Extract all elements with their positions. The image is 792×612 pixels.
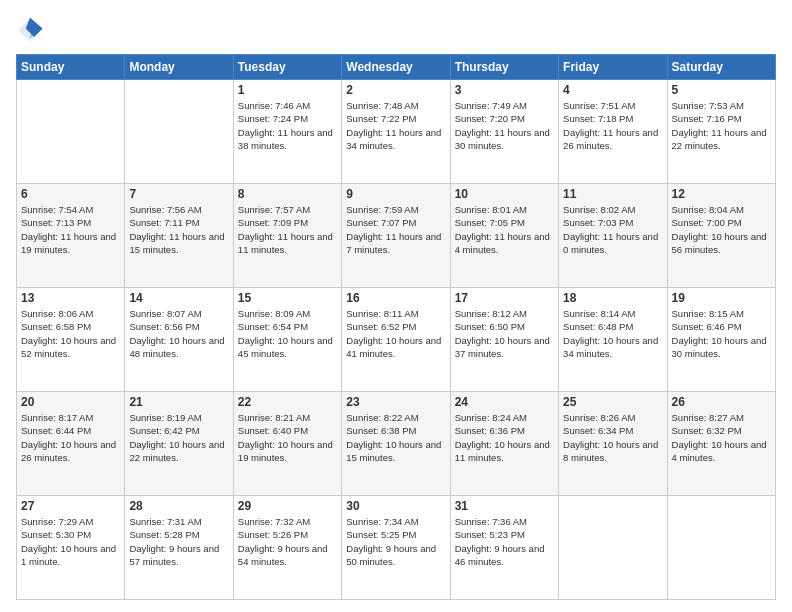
day-number: 24 xyxy=(455,395,554,409)
calendar-table: SundayMondayTuesdayWednesdayThursdayFrid… xyxy=(16,54,776,600)
day-info: Sunrise: 8:26 AM Sunset: 6:34 PM Dayligh… xyxy=(563,411,662,464)
day-info: Sunrise: 8:09 AM Sunset: 6:54 PM Dayligh… xyxy=(238,307,337,360)
calendar-day-header: Friday xyxy=(559,55,667,80)
day-info: Sunrise: 8:24 AM Sunset: 6:36 PM Dayligh… xyxy=(455,411,554,464)
calendar-cell xyxy=(125,80,233,184)
day-number: 11 xyxy=(563,187,662,201)
calendar-cell: 10Sunrise: 8:01 AM Sunset: 7:05 PM Dayli… xyxy=(450,184,558,288)
calendar-cell xyxy=(17,80,125,184)
day-info: Sunrise: 7:31 AM Sunset: 5:28 PM Dayligh… xyxy=(129,515,228,568)
day-number: 31 xyxy=(455,499,554,513)
day-info: Sunrise: 8:27 AM Sunset: 6:32 PM Dayligh… xyxy=(672,411,771,464)
calendar-cell: 19Sunrise: 8:15 AM Sunset: 6:46 PM Dayli… xyxy=(667,288,775,392)
day-number: 5 xyxy=(672,83,771,97)
calendar-cell: 2Sunrise: 7:48 AM Sunset: 7:22 PM Daylig… xyxy=(342,80,450,184)
calendar-cell: 11Sunrise: 8:02 AM Sunset: 7:03 PM Dayli… xyxy=(559,184,667,288)
day-number: 16 xyxy=(346,291,445,305)
day-info: Sunrise: 7:48 AM Sunset: 7:22 PM Dayligh… xyxy=(346,99,445,152)
day-info: Sunrise: 7:36 AM Sunset: 5:23 PM Dayligh… xyxy=(455,515,554,568)
day-number: 4 xyxy=(563,83,662,97)
calendar-day-header: Monday xyxy=(125,55,233,80)
day-info: Sunrise: 8:01 AM Sunset: 7:05 PM Dayligh… xyxy=(455,203,554,256)
calendar-cell: 30Sunrise: 7:34 AM Sunset: 5:25 PM Dayli… xyxy=(342,496,450,600)
day-number: 6 xyxy=(21,187,120,201)
day-number: 14 xyxy=(129,291,228,305)
calendar-cell: 24Sunrise: 8:24 AM Sunset: 6:36 PM Dayli… xyxy=(450,392,558,496)
day-number: 13 xyxy=(21,291,120,305)
day-number: 21 xyxy=(129,395,228,409)
day-number: 23 xyxy=(346,395,445,409)
day-info: Sunrise: 7:34 AM Sunset: 5:25 PM Dayligh… xyxy=(346,515,445,568)
calendar-cell: 8Sunrise: 7:57 AM Sunset: 7:09 PM Daylig… xyxy=(233,184,341,288)
calendar-header-row: SundayMondayTuesdayWednesdayThursdayFrid… xyxy=(17,55,776,80)
calendar-cell: 31Sunrise: 7:36 AM Sunset: 5:23 PM Dayli… xyxy=(450,496,558,600)
day-number: 25 xyxy=(563,395,662,409)
calendar-cell: 15Sunrise: 8:09 AM Sunset: 6:54 PM Dayli… xyxy=(233,288,341,392)
calendar-body: 1Sunrise: 7:46 AM Sunset: 7:24 PM Daylig… xyxy=(17,80,776,600)
calendar-cell: 20Sunrise: 8:17 AM Sunset: 6:44 PM Dayli… xyxy=(17,392,125,496)
day-info: Sunrise: 7:53 AM Sunset: 7:16 PM Dayligh… xyxy=(672,99,771,152)
calendar-cell: 21Sunrise: 8:19 AM Sunset: 6:42 PM Dayli… xyxy=(125,392,233,496)
day-info: Sunrise: 7:57 AM Sunset: 7:09 PM Dayligh… xyxy=(238,203,337,256)
calendar-cell: 3Sunrise: 7:49 AM Sunset: 7:20 PM Daylig… xyxy=(450,80,558,184)
calendar-cell: 7Sunrise: 7:56 AM Sunset: 7:11 PM Daylig… xyxy=(125,184,233,288)
calendar-cell: 1Sunrise: 7:46 AM Sunset: 7:24 PM Daylig… xyxy=(233,80,341,184)
calendar-cell xyxy=(559,496,667,600)
day-number: 29 xyxy=(238,499,337,513)
day-info: Sunrise: 8:04 AM Sunset: 7:00 PM Dayligh… xyxy=(672,203,771,256)
day-number: 30 xyxy=(346,499,445,513)
day-number: 10 xyxy=(455,187,554,201)
day-info: Sunrise: 8:11 AM Sunset: 6:52 PM Dayligh… xyxy=(346,307,445,360)
day-number: 22 xyxy=(238,395,337,409)
calendar-cell: 18Sunrise: 8:14 AM Sunset: 6:48 PM Dayli… xyxy=(559,288,667,392)
calendar-day-header: Wednesday xyxy=(342,55,450,80)
day-info: Sunrise: 8:22 AM Sunset: 6:38 PM Dayligh… xyxy=(346,411,445,464)
day-number: 27 xyxy=(21,499,120,513)
calendar-cell: 6Sunrise: 7:54 AM Sunset: 7:13 PM Daylig… xyxy=(17,184,125,288)
calendar-day-header: Thursday xyxy=(450,55,558,80)
day-info: Sunrise: 8:07 AM Sunset: 6:56 PM Dayligh… xyxy=(129,307,228,360)
day-info: Sunrise: 8:17 AM Sunset: 6:44 PM Dayligh… xyxy=(21,411,120,464)
day-info: Sunrise: 8:12 AM Sunset: 6:50 PM Dayligh… xyxy=(455,307,554,360)
calendar-cell: 23Sunrise: 8:22 AM Sunset: 6:38 PM Dayli… xyxy=(342,392,450,496)
day-info: Sunrise: 7:51 AM Sunset: 7:18 PM Dayligh… xyxy=(563,99,662,152)
day-number: 28 xyxy=(129,499,228,513)
calendar-week-row: 1Sunrise: 7:46 AM Sunset: 7:24 PM Daylig… xyxy=(17,80,776,184)
day-info: Sunrise: 7:46 AM Sunset: 7:24 PM Dayligh… xyxy=(238,99,337,152)
day-number: 20 xyxy=(21,395,120,409)
day-info: Sunrise: 7:54 AM Sunset: 7:13 PM Dayligh… xyxy=(21,203,120,256)
calendar-cell: 13Sunrise: 8:06 AM Sunset: 6:58 PM Dayli… xyxy=(17,288,125,392)
calendar-cell: 27Sunrise: 7:29 AM Sunset: 5:30 PM Dayli… xyxy=(17,496,125,600)
day-info: Sunrise: 8:06 AM Sunset: 6:58 PM Dayligh… xyxy=(21,307,120,360)
calendar-cell: 28Sunrise: 7:31 AM Sunset: 5:28 PM Dayli… xyxy=(125,496,233,600)
calendar-day-header: Saturday xyxy=(667,55,775,80)
day-info: Sunrise: 8:14 AM Sunset: 6:48 PM Dayligh… xyxy=(563,307,662,360)
day-info: Sunrise: 7:32 AM Sunset: 5:26 PM Dayligh… xyxy=(238,515,337,568)
day-number: 15 xyxy=(238,291,337,305)
calendar-cell: 4Sunrise: 7:51 AM Sunset: 7:18 PM Daylig… xyxy=(559,80,667,184)
calendar-day-header: Sunday xyxy=(17,55,125,80)
calendar-week-row: 6Sunrise: 7:54 AM Sunset: 7:13 PM Daylig… xyxy=(17,184,776,288)
calendar-cell xyxy=(667,496,775,600)
day-info: Sunrise: 8:15 AM Sunset: 6:46 PM Dayligh… xyxy=(672,307,771,360)
day-info: Sunrise: 7:49 AM Sunset: 7:20 PM Dayligh… xyxy=(455,99,554,152)
day-info: Sunrise: 7:56 AM Sunset: 7:11 PM Dayligh… xyxy=(129,203,228,256)
day-number: 26 xyxy=(672,395,771,409)
calendar-cell: 25Sunrise: 8:26 AM Sunset: 6:34 PM Dayli… xyxy=(559,392,667,496)
day-number: 8 xyxy=(238,187,337,201)
calendar-cell: 17Sunrise: 8:12 AM Sunset: 6:50 PM Dayli… xyxy=(450,288,558,392)
day-info: Sunrise: 8:21 AM Sunset: 6:40 PM Dayligh… xyxy=(238,411,337,464)
calendar-day-header: Tuesday xyxy=(233,55,341,80)
logo-icon xyxy=(16,16,44,44)
day-number: 3 xyxy=(455,83,554,97)
day-number: 18 xyxy=(563,291,662,305)
calendar-cell: 22Sunrise: 8:21 AM Sunset: 6:40 PM Dayli… xyxy=(233,392,341,496)
day-info: Sunrise: 8:02 AM Sunset: 7:03 PM Dayligh… xyxy=(563,203,662,256)
calendar-week-row: 27Sunrise: 7:29 AM Sunset: 5:30 PM Dayli… xyxy=(17,496,776,600)
calendar-cell: 12Sunrise: 8:04 AM Sunset: 7:00 PM Dayli… xyxy=(667,184,775,288)
calendar-cell: 9Sunrise: 7:59 AM Sunset: 7:07 PM Daylig… xyxy=(342,184,450,288)
day-number: 12 xyxy=(672,187,771,201)
calendar-cell: 5Sunrise: 7:53 AM Sunset: 7:16 PM Daylig… xyxy=(667,80,775,184)
day-number: 9 xyxy=(346,187,445,201)
logo xyxy=(16,16,48,44)
